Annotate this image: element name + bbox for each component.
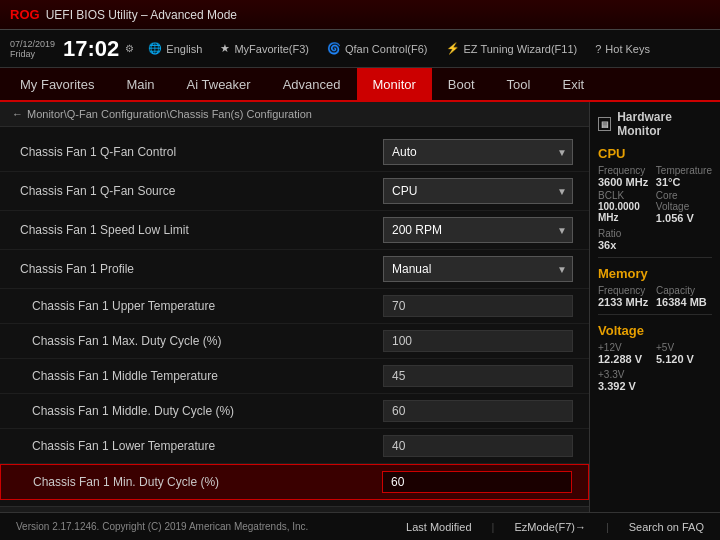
upper-temp-label: Chassis Fan 1 Upper Temperature: [20, 299, 383, 313]
mem-freq-label: Frequency: [598, 285, 654, 296]
status-bar: Version 2.17.1246. Copyright (C) 2019 Am…: [0, 512, 720, 540]
mem-cap-value: 16384 MB: [656, 296, 712, 308]
qfan-source-dropdown[interactable]: CPUMotherboard ▼: [383, 178, 573, 204]
qfan-control-dropdown[interactable]: AutoPWM ModeDC ModeDisabled ▼: [383, 139, 573, 165]
middle-temp-label: Chassis Fan 1 Middle Temperature: [20, 369, 383, 383]
language-label: English: [166, 43, 202, 55]
qfan-control-label: Chassis Fan 1 Q-Fan Control: [20, 145, 383, 159]
memory-section: Memory Frequency 2133 MHz Capacity 16384…: [598, 266, 712, 308]
monitor-icon: ▤: [598, 117, 611, 131]
divider-2: [598, 314, 712, 315]
voltage-section: Voltage +12V 12.288 V +5V 5.120 V +3.3V …: [598, 323, 712, 392]
left-panel: ← Monitor\Q-Fan Configuration\Chassis Fa…: [0, 102, 590, 512]
profile-dropdown[interactable]: StandardSilentTurboFull SpeedManual ▼: [383, 256, 573, 282]
setting-row-lower-temp: Chassis Fan 1 Lower Temperature 40: [0, 429, 589, 464]
nav-my-favorites[interactable]: My Favorites: [4, 68, 110, 100]
ez-label: EZ Tuning Wizard(F11): [464, 43, 578, 55]
cpu-temp-value: 31°C: [656, 176, 712, 188]
nav-bar: My Favorites Main Ai Tweaker Advanced Mo…: [0, 68, 720, 102]
language-icon: 🌐: [148, 42, 162, 55]
memory-grid: Frequency 2133 MHz Capacity 16384 MB: [598, 285, 712, 308]
profile-select[interactable]: StandardSilentTurboFull SpeedManual: [383, 256, 573, 282]
datetime: 07/12/2019 Friday: [10, 39, 55, 59]
info-bar: 07/12/2019 Friday 17:02 ⚙ 🌐 English ★ My…: [0, 30, 720, 68]
nav-advanced[interactable]: Advanced: [267, 68, 357, 100]
speed-low-limit-dropdown[interactable]: Ignore200 RPM300 RPM400 RPM ▼: [383, 217, 573, 243]
time-display: 17:02: [63, 38, 119, 60]
qfan-icon: 🌀: [327, 42, 341, 55]
cpu-freq-value: 3600 MHz: [598, 176, 654, 188]
search-faq-action[interactable]: Search on FAQ: [629, 521, 704, 533]
hot-keys-item[interactable]: ? Hot Keys: [595, 43, 650, 55]
setting-row-profile: Chassis Fan 1 Profile StandardSilentTurb…: [0, 250, 589, 289]
setting-row-speed-low-limit: Chassis Fan 1 Speed Low Limit Ignore200 …: [0, 211, 589, 250]
favorite-icon: ★: [220, 42, 230, 55]
nav-ai-tweaker[interactable]: Ai Tweaker: [171, 68, 267, 100]
ez-icon: ⚡: [446, 42, 460, 55]
ez-tuning-item[interactable]: ⚡ EZ Tuning Wizard(F11): [446, 42, 578, 55]
min-duty-label: Chassis Fan 1 Min. Duty Cycle (%): [21, 475, 382, 489]
voltage-grid: +12V 12.288 V +5V 5.120 V: [598, 342, 712, 365]
settings-table: Chassis Fan 1 Q-Fan Control AutoPWM Mode…: [0, 127, 589, 506]
status-actions: Last Modified | EzMode(F7)→ | Search on …: [406, 521, 704, 533]
hardware-monitor-panel: ▤ Hardware Monitor CPU Frequency 3600 MH…: [590, 102, 720, 512]
setting-row-upper-temp: Chassis Fan 1 Upper Temperature 70: [0, 289, 589, 324]
date: 07/12/2019: [10, 39, 55, 49]
v12-value: 12.288 V: [598, 353, 654, 365]
status-divider: |: [492, 521, 495, 533]
breadcrumb: ← Monitor\Q-Fan Configuration\Chassis Fa…: [0, 102, 589, 127]
mem-cap-label: Capacity: [656, 285, 712, 296]
cpu-bclk-value: 100.0000 MHz: [598, 201, 654, 223]
v12-label: +12V: [598, 342, 654, 353]
setting-row-qfan-control: Chassis Fan 1 Q-Fan Control AutoPWM Mode…: [0, 133, 589, 172]
cpu-section: CPU Frequency 3600 MHz Temperature 31°C …: [598, 146, 712, 251]
profile-label: Chassis Fan 1 Profile: [20, 262, 383, 276]
voltage-section-title: Voltage: [598, 323, 712, 338]
back-arrow[interactable]: ←: [12, 108, 23, 120]
qfan-source-label: Chassis Fan 1 Q-Fan Source: [20, 184, 383, 198]
nav-main[interactable]: Main: [110, 68, 170, 100]
nav-tool[interactable]: Tool: [491, 68, 547, 100]
nav-monitor[interactable]: Monitor: [357, 68, 432, 100]
cpu-section-title: CPU: [598, 146, 712, 161]
speed-low-limit-label: Chassis Fan 1 Speed Low Limit: [20, 223, 383, 237]
cpu-voltage-value: 1.056 V: [656, 212, 712, 224]
cpu-ratio-value: 36x: [598, 239, 712, 251]
max-duty-value: 100: [383, 330, 573, 352]
middle-duty-value: 60: [383, 400, 573, 422]
info-footer: i Set the minimum Chassis fan duty cycle…: [0, 506, 589, 512]
main-content: ← Monitor\Q-Fan Configuration\Chassis Fa…: [0, 102, 720, 512]
upper-temp-value: 70: [383, 295, 573, 317]
language-item[interactable]: 🌐 English: [148, 42, 202, 55]
middle-duty-label: Chassis Fan 1 Middle. Duty Cycle (%): [20, 404, 383, 418]
qfan-item[interactable]: 🌀 Qfan Control(F6): [327, 42, 428, 55]
nav-boot[interactable]: Boot: [432, 68, 491, 100]
title-bar: ROG UEFI BIOS Utility – Advanced Mode: [0, 0, 720, 30]
myfavorite-item[interactable]: ★ MyFavorite(F3): [220, 42, 309, 55]
v5-label: +5V: [656, 342, 712, 353]
min-duty-value: 60: [382, 471, 572, 493]
cpu-ratio-label: Ratio: [598, 228, 712, 239]
v5-value: 5.120 V: [656, 353, 712, 365]
last-modified-action[interactable]: Last Modified: [406, 521, 471, 533]
qfan-label: Qfan Control(F6): [345, 43, 428, 55]
hotkeys-label: Hot Keys: [605, 43, 650, 55]
setting-row-qfan-source: Chassis Fan 1 Q-Fan Source CPUMotherboar…: [0, 172, 589, 211]
setting-row-min-duty[interactable]: Chassis Fan 1 Min. Duty Cycle (%) 60: [0, 464, 589, 500]
speed-low-limit-select[interactable]: Ignore200 RPM300 RPM400 RPM: [383, 217, 573, 243]
ez-mode-action[interactable]: EzMode(F7)→: [514, 521, 586, 533]
version-text: Version 2.17.1246. Copyright (C) 2019 Am…: [16, 521, 308, 532]
hw-monitor-title: ▤ Hardware Monitor: [598, 110, 712, 138]
mem-freq-value: 2133 MHz: [598, 296, 654, 308]
qfan-source-select[interactable]: CPUMotherboard: [383, 178, 573, 204]
divider-1: [598, 257, 712, 258]
nav-exit[interactable]: Exit: [546, 68, 600, 100]
gear-icon[interactable]: ⚙: [125, 43, 134, 54]
lower-temp-value: 40: [383, 435, 573, 457]
cpu-grid: Frequency 3600 MHz Temperature 31°C BCLK…: [598, 165, 712, 224]
app-title: UEFI BIOS Utility – Advanced Mode: [46, 8, 237, 22]
setting-row-max-duty: Chassis Fan 1 Max. Duty Cycle (%) 100: [0, 324, 589, 359]
qfan-control-select[interactable]: AutoPWM ModeDC ModeDisabled: [383, 139, 573, 165]
cpu-freq-label: Frequency: [598, 165, 654, 176]
breadcrumb-path: Monitor\Q-Fan Configuration\Chassis Fan(…: [27, 108, 312, 120]
